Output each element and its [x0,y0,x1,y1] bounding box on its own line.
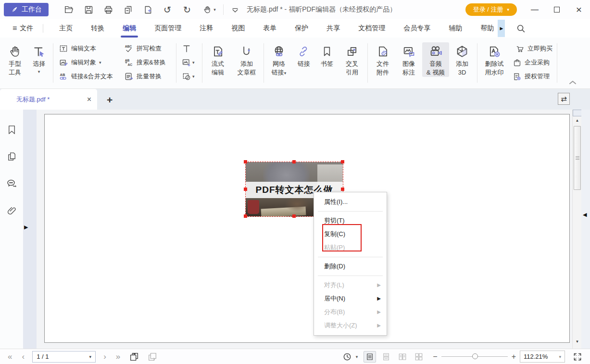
edit-object-button[interactable]: 编辑对象 ▾ [59,57,113,68]
selection-handle[interactable] [244,160,247,163]
selection-handle[interactable] [292,160,296,163]
select-tool-button[interactable]: 选择 ▾ [28,42,50,74]
buy-now-button[interactable]: 立即购买 [513,43,552,54]
previous-view-icon[interactable] [129,351,139,362]
print-icon[interactable] [102,4,114,15]
search-icon[interactable] [515,23,526,34]
menu-item-view[interactable]: 视图 [230,20,246,37]
context-menu-item-copy[interactable]: 复制(C) [314,227,387,241]
bookmarks-panel-icon[interactable] [6,124,17,135]
zoom-out-button[interactable]: − [433,352,437,361]
license-management-button[interactable]: 授权管理 [513,71,552,82]
context-menu-item-cut[interactable]: 剪切(T) [314,214,387,227]
remove-page-icon[interactable] [122,4,134,15]
document-tab[interactable]: 无标题.pdf * × [0,89,97,110]
vertical-scrollbar[interactable]: ▲ ▼ [572,110,581,349]
batch-replace-button[interactable]: 批量替换 [124,71,166,82]
redo-icon[interactable]: ↻ [181,4,193,15]
menu-item-file[interactable]: ≡ 文件 [11,24,35,33]
menu-item-protect[interactable]: 保护 [294,20,309,37]
add-text-button[interactable] [182,43,195,53]
zoom-level-input[interactable]: 112.21% ▾ [520,351,565,363]
facing-view-button[interactable] [396,351,409,363]
close-button[interactable]: × [568,0,590,19]
scroll-down-icon[interactable]: ▼ [573,339,582,344]
comments-panel-icon[interactable] [6,178,17,189]
login-register-button[interactable]: 登录 / 注册 ▾ [465,3,517,16]
collapse-right-panel-arrow-icon[interactable]: ◀ [583,212,587,218]
clock-caret-icon[interactable]: ▾ [356,354,358,359]
link-merge-text-button[interactable]: AB 链接&合并文本 [59,71,113,82]
open-file-icon[interactable] [63,4,75,15]
context-menu-item-delete[interactable]: 删除(D) [314,260,387,273]
zoom-in-button[interactable]: + [512,352,516,361]
menu-item-convert[interactable]: 转换 [90,20,105,37]
menu-item-edit[interactable]: 编辑 [122,20,137,37]
context-menu-item-properties[interactable]: 属性(I)... [314,195,387,209]
workspace-button[interactable]: 工作台 [4,3,49,16]
add-image-button[interactable]: ▾ [182,57,195,67]
context-menu-item-center[interactable]: 居中(N)▶ [314,292,387,305]
swap-tabs-button[interactable]: ⇄ [558,93,570,105]
enterprise-purchase-button[interactable]: 企业采购 [513,57,552,68]
selection-handle[interactable] [244,214,247,218]
bookmark-button[interactable]: 书签 [317,42,337,68]
maximize-button[interactable] [546,0,568,19]
spell-check-button[interactable]: ABC 拼写检查 [124,43,166,54]
undo-icon[interactable]: ↺ [162,4,173,15]
expand-panel-arrow-icon[interactable]: ▶ [24,224,28,230]
last-page-button[interactable]: » [116,352,120,362]
hand-tool-button[interactable]: 手型 工具 [4,42,26,77]
selection-handle[interactable] [244,188,247,191]
zoom-slider[interactable] [441,356,508,357]
file-attachment-button[interactable]: 文件 附件 [371,42,394,77]
pages-panel-icon[interactable] [6,151,17,162]
edit-text-button[interactable]: 编辑文本 [59,43,113,54]
first-page-button[interactable]: « [8,352,12,362]
selection-handle[interactable] [341,188,344,191]
facing-continuous-view-button[interactable] [413,351,425,363]
add-article-box-button[interactable]: 添加 文章框 [233,42,261,77]
search-replace-button[interactable]: ABAC 搜索&替换 [124,57,166,68]
menu-item-membership[interactable]: 会员专享 [402,20,431,37]
selection-handle[interactable] [341,160,344,163]
menu-item-page-management[interactable]: 页面管理 [153,20,182,37]
cross-reference-button[interactable]: 交叉 引用 [340,42,364,77]
image-annotation-button[interactable]: 图像 标注 [397,42,420,77]
menu-overflow-button[interactable]: ▶ [498,20,505,37]
add-shape-button[interactable]: ▾ [182,71,195,81]
scrollbar-thumb[interactable] [574,126,581,190]
remove-trial-watermark-button[interactable]: 删除试 用水印 [480,42,509,77]
page-number-input[interactable]: 1 / 1 ▾ [32,351,96,363]
hand-gesture-icon[interactable]: ▾ [201,4,217,15]
menu-item-form[interactable]: 表单 [262,20,277,37]
menu-item-share[interactable]: 共享 [326,20,341,37]
add-3d-button[interactable]: 添加 3D [451,42,473,77]
new-tab-button[interactable]: + [107,94,113,106]
double-chevron-down-icon[interactable] [229,4,241,15]
menu-item-comment[interactable]: 注释 [199,20,214,37]
attachments-panel-icon[interactable] [6,205,17,216]
web-link-button[interactable]: 网络 链接▾ [266,42,291,77]
auto-scroll-clock-icon[interactable] [342,352,352,362]
tab-close-icon[interactable]: × [87,95,91,104]
next-view-icon[interactable] [147,351,158,362]
pdf-page[interactable] [44,114,570,343]
scroll-up-icon[interactable]: ▲ [573,118,582,123]
continuous-view-button[interactable] [380,351,392,363]
menu-item-accessibility[interactable]: 辅助 [448,20,463,37]
menu-item-document-management[interactable]: 文档管理 [357,20,386,37]
single-page-view-button[interactable] [364,351,376,363]
menu-item-home[interactable]: 主页 [58,20,74,37]
menu-item-help[interactable]: 帮助 [479,20,495,37]
next-page-button[interactable]: › [103,352,106,362]
audio-video-button[interactable]: 音频 & 视频 [422,42,449,77]
collapse-ribbon-icon[interactable] [569,80,577,85]
zoom-slider-thumb[interactable] [472,353,478,359]
previous-page-button[interactable]: ‹ [22,352,25,362]
link-button[interactable]: 链接 [294,42,314,68]
add-page-icon[interactable] [142,4,153,15]
selection-handle[interactable] [292,214,296,218]
fullscreen-icon[interactable] [573,352,582,362]
flow-edit-button[interactable]: 流式 编辑 [206,42,230,77]
